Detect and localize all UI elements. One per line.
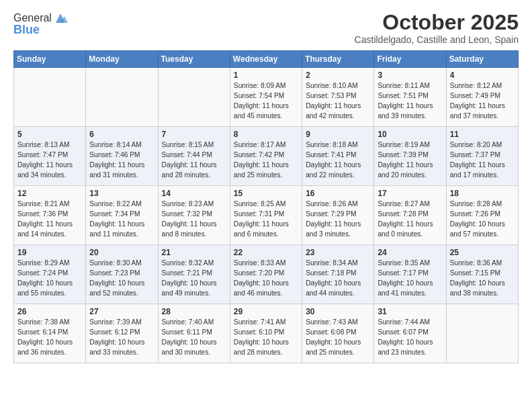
day-info: Sunrise: 8:33 AM Sunset: 7:20 PM Dayligh… xyxy=(234,259,298,298)
day-info: Sunrise: 8:22 AM Sunset: 7:34 PM Dayligh… xyxy=(89,199,154,239)
day-info: Sunrise: 8:12 AM Sunset: 7:49 PM Dayligh… xyxy=(450,81,515,121)
day-cell: 26Sunrise: 7:38 AM Sunset: 6:14 PM Dayli… xyxy=(14,304,86,363)
day-cell: 28Sunrise: 7:40 AM Sunset: 6:11 PM Dayli… xyxy=(158,304,230,363)
day-info: Sunrise: 8:29 AM Sunset: 7:24 PM Dayligh… xyxy=(17,259,82,298)
day-cell: 12Sunrise: 8:21 AM Sunset: 7:36 PM Dayli… xyxy=(14,186,86,245)
day-number: 9 xyxy=(306,130,370,139)
location: Castildelgado, Castille and Leon, Spain xyxy=(355,34,519,45)
day-cell: 19Sunrise: 8:29 AM Sunset: 7:24 PM Dayli… xyxy=(14,245,86,304)
day-cell: 15Sunrise: 8:25 AM Sunset: 7:31 PM Dayli… xyxy=(230,186,302,245)
day-info: Sunrise: 7:41 AM Sunset: 6:10 PM Dayligh… xyxy=(234,318,298,357)
day-number: 18 xyxy=(450,189,515,198)
day-info: Sunrise: 8:17 AM Sunset: 7:42 PM Dayligh… xyxy=(234,140,298,180)
day-info: Sunrise: 7:43 AM Sunset: 6:08 PM Dayligh… xyxy=(306,318,370,357)
day-number: 23 xyxy=(306,248,370,257)
logo-icon xyxy=(53,11,68,26)
day-number: 13 xyxy=(89,189,154,198)
day-number: 5 xyxy=(17,130,82,139)
day-cell: 9Sunrise: 8:18 AM Sunset: 7:41 PM Daylig… xyxy=(302,127,374,186)
day-info: Sunrise: 8:28 AM Sunset: 7:26 PM Dayligh… xyxy=(450,199,515,239)
day-cell: 31Sunrise: 7:44 AM Sunset: 6:07 PM Dayli… xyxy=(374,304,446,363)
day-info: Sunrise: 8:35 AM Sunset: 7:17 PM Dayligh… xyxy=(378,259,442,298)
day-number: 19 xyxy=(17,248,82,257)
weekday-header-thursday: Thursday xyxy=(302,51,374,68)
day-number: 25 xyxy=(450,248,515,257)
day-cell: 27Sunrise: 7:39 AM Sunset: 6:12 PM Dayli… xyxy=(86,304,158,363)
day-info: Sunrise: 8:30 AM Sunset: 7:23 PM Dayligh… xyxy=(89,259,154,298)
day-info: Sunrise: 7:39 AM Sunset: 6:12 PM Dayligh… xyxy=(89,318,154,357)
day-number: 16 xyxy=(306,189,370,198)
day-number: 10 xyxy=(378,130,442,139)
day-cell: 29Sunrise: 7:41 AM Sunset: 6:10 PM Dayli… xyxy=(230,304,302,363)
logo-blue-text: Blue xyxy=(13,23,40,37)
day-number: 24 xyxy=(378,248,442,257)
weekday-header-saturday: Saturday xyxy=(446,51,518,68)
day-number: 2 xyxy=(306,71,370,80)
day-cell: 7Sunrise: 8:15 AM Sunset: 7:44 PM Daylig… xyxy=(158,127,230,186)
day-number: 21 xyxy=(162,248,226,257)
day-cell: 11Sunrise: 8:20 AM Sunset: 7:37 PM Dayli… xyxy=(446,127,518,186)
day-info: Sunrise: 8:09 AM Sunset: 7:54 PM Dayligh… xyxy=(234,81,298,121)
day-info: Sunrise: 8:19 AM Sunset: 7:39 PM Dayligh… xyxy=(378,140,442,180)
day-info: Sunrise: 8:15 AM Sunset: 7:44 PM Dayligh… xyxy=(162,140,226,180)
day-info: Sunrise: 8:34 AM Sunset: 7:18 PM Dayligh… xyxy=(306,259,370,298)
day-cell: 8Sunrise: 8:17 AM Sunset: 7:42 PM Daylig… xyxy=(230,127,302,186)
day-cell: 1Sunrise: 8:09 AM Sunset: 7:54 PM Daylig… xyxy=(230,68,302,127)
day-cell xyxy=(14,68,86,127)
day-cell: 5Sunrise: 8:13 AM Sunset: 7:47 PM Daylig… xyxy=(14,127,86,186)
day-cell: 16Sunrise: 8:26 AM Sunset: 7:29 PM Dayli… xyxy=(302,186,374,245)
day-info: Sunrise: 8:27 AM Sunset: 7:28 PM Dayligh… xyxy=(378,199,442,239)
day-info: Sunrise: 8:10 AM Sunset: 7:53 PM Dayligh… xyxy=(306,81,370,121)
week-row-2: 5Sunrise: 8:13 AM Sunset: 7:47 PM Daylig… xyxy=(14,127,519,186)
day-info: Sunrise: 8:32 AM Sunset: 7:21 PM Dayligh… xyxy=(162,259,226,298)
day-info: Sunrise: 8:20 AM Sunset: 7:37 PM Dayligh… xyxy=(450,140,515,180)
day-info: Sunrise: 7:38 AM Sunset: 6:14 PM Dayligh… xyxy=(17,318,82,357)
day-cell: 30Sunrise: 7:43 AM Sunset: 6:08 PM Dayli… xyxy=(302,304,374,363)
day-info: Sunrise: 8:18 AM Sunset: 7:41 PM Dayligh… xyxy=(306,140,370,180)
day-cell: 25Sunrise: 8:36 AM Sunset: 7:15 PM Dayli… xyxy=(446,245,518,304)
day-cell: 22Sunrise: 8:33 AM Sunset: 7:20 PM Dayli… xyxy=(230,245,302,304)
day-number: 17 xyxy=(378,189,442,198)
header: General Blue October 2025 Castildelgado,… xyxy=(13,11,519,45)
calendar-table: SundayMondayTuesdayWednesdayThursdayFrid… xyxy=(13,50,519,363)
day-cell: 17Sunrise: 8:27 AM Sunset: 7:28 PM Dayli… xyxy=(374,186,446,245)
day-info: Sunrise: 8:13 AM Sunset: 7:47 PM Dayligh… xyxy=(17,140,82,180)
day-info: Sunrise: 7:40 AM Sunset: 6:11 PM Dayligh… xyxy=(162,318,226,357)
week-row-3: 12Sunrise: 8:21 AM Sunset: 7:36 PM Dayli… xyxy=(14,186,519,245)
day-cell xyxy=(158,68,230,127)
day-number: 8 xyxy=(234,130,298,139)
day-number: 11 xyxy=(450,130,515,139)
day-cell: 4Sunrise: 8:12 AM Sunset: 7:49 PM Daylig… xyxy=(446,68,518,127)
day-number: 26 xyxy=(17,307,82,316)
day-number: 20 xyxy=(89,248,154,257)
day-number: 1 xyxy=(234,71,298,80)
day-number: 28 xyxy=(162,307,226,316)
day-number: 30 xyxy=(306,307,370,316)
week-row-4: 19Sunrise: 8:29 AM Sunset: 7:24 PM Dayli… xyxy=(14,245,519,304)
day-cell xyxy=(86,68,158,127)
day-number: 3 xyxy=(378,71,442,80)
day-info: Sunrise: 7:44 AM Sunset: 6:07 PM Dayligh… xyxy=(378,318,442,357)
day-cell: 2Sunrise: 8:10 AM Sunset: 7:53 PM Daylig… xyxy=(302,68,374,127)
day-cell: 20Sunrise: 8:30 AM Sunset: 7:23 PM Dayli… xyxy=(86,245,158,304)
day-number: 12 xyxy=(17,189,82,198)
weekday-header-wednesday: Wednesday xyxy=(230,51,302,68)
week-row-1: 1Sunrise: 8:09 AM Sunset: 7:54 PM Daylig… xyxy=(14,68,519,127)
month-title: October 2025 xyxy=(355,11,519,34)
day-number: 4 xyxy=(450,71,515,80)
weekday-header-sunday: Sunday xyxy=(14,51,86,68)
day-info: Sunrise: 8:11 AM Sunset: 7:51 PM Dayligh… xyxy=(378,81,442,121)
weekday-header-friday: Friday xyxy=(374,51,446,68)
day-number: 22 xyxy=(234,248,298,257)
page: General Blue October 2025 Castildelgado,… xyxy=(0,0,532,411)
day-cell: 13Sunrise: 8:22 AM Sunset: 7:34 PM Dayli… xyxy=(86,186,158,245)
day-info: Sunrise: 8:23 AM Sunset: 7:32 PM Dayligh… xyxy=(162,199,226,239)
weekday-header-tuesday: Tuesday xyxy=(158,51,230,68)
day-cell: 21Sunrise: 8:32 AM Sunset: 7:21 PM Dayli… xyxy=(158,245,230,304)
day-info: Sunrise: 8:25 AM Sunset: 7:31 PM Dayligh… xyxy=(234,199,298,239)
weekday-header-monday: Monday xyxy=(86,51,158,68)
day-cell: 23Sunrise: 8:34 AM Sunset: 7:18 PM Dayli… xyxy=(302,245,374,304)
day-cell: 18Sunrise: 8:28 AM Sunset: 7:26 PM Dayli… xyxy=(446,186,518,245)
day-cell: 10Sunrise: 8:19 AM Sunset: 7:39 PM Dayli… xyxy=(374,127,446,186)
day-number: 15 xyxy=(234,189,298,198)
